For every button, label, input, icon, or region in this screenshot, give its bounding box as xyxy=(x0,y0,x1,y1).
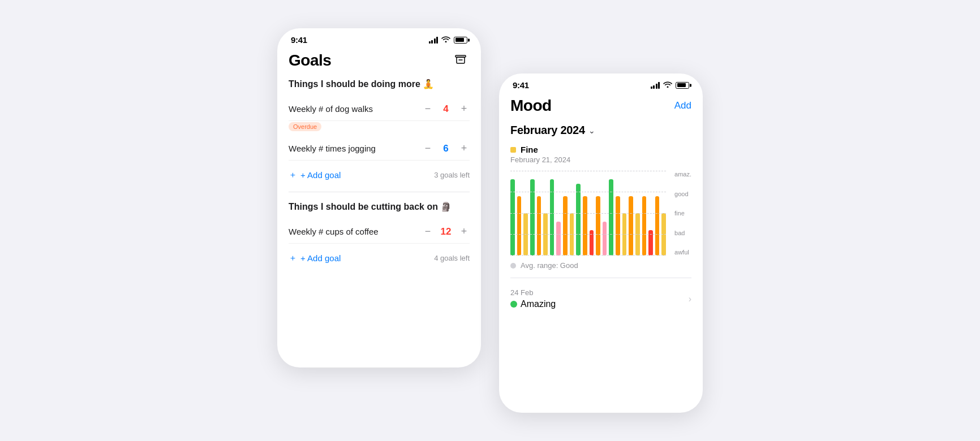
chart-bar xyxy=(603,222,607,256)
label-amazing: amaz. xyxy=(674,171,691,178)
signal-icon xyxy=(429,37,439,44)
chart-bar xyxy=(523,213,528,256)
goal-coffee-label: Weekly # cups of coffee xyxy=(289,227,379,236)
mood-status-icons xyxy=(651,81,690,89)
chart-bar xyxy=(537,196,541,256)
goal-dog-walks-label: Weekly # of dog walks xyxy=(289,104,373,114)
goal-jogging-label: Weekly # times jogging xyxy=(289,144,376,153)
chart-bar xyxy=(642,196,647,256)
mood-indicator: Fine xyxy=(510,145,691,154)
goals-status-time: 9:41 xyxy=(291,35,307,45)
mood-header: Mood Add xyxy=(499,94,703,124)
screens-container: 9:41 Goals xyxy=(255,6,725,435)
chevron-down-icon: ⌄ xyxy=(588,126,595,135)
add-goal-icon-1: ＋ xyxy=(289,170,297,180)
goals-header: Goals xyxy=(277,49,481,79)
overdue-badge: Overdue xyxy=(289,122,321,131)
dog-walks-decrement[interactable]: − xyxy=(422,103,433,115)
add-goal-button-2[interactable]: ＋ + Add goal xyxy=(289,253,341,263)
archive-button[interactable] xyxy=(452,51,470,70)
chart-bar xyxy=(655,196,660,256)
log-mood: Amazing xyxy=(510,299,556,309)
add-goal-row-2: ＋ + Add goal 4 goals left xyxy=(289,246,470,270)
chart-bar xyxy=(570,213,574,256)
coffee-value: 12 xyxy=(440,226,452,237)
month-selector[interactable]: February 2024 ⌄ xyxy=(510,124,691,137)
mood-divider xyxy=(510,278,691,278)
mood-battery-icon xyxy=(676,82,689,89)
section-divider xyxy=(289,192,470,192)
jogging-decrement[interactable]: − xyxy=(422,142,433,154)
goal-dog-walks-controls: − 4 + xyxy=(422,103,470,115)
goals-status-bar: 9:41 xyxy=(277,28,481,49)
section-cutting-back-title: Things I should be cutting back on 🗿 xyxy=(289,201,470,212)
goal-coffee-controls: − 12 + xyxy=(422,226,470,237)
chart-bar xyxy=(576,184,581,256)
goals-left-2: 4 goals left xyxy=(434,254,470,262)
month-label: February 2024 xyxy=(510,124,585,137)
mood-phone: 9:41 Mood Add xyxy=(499,74,703,413)
goal-coffee: Weekly # cups of coffee − 12 + xyxy=(289,220,470,244)
section-doing-more-title: Things I should be doing more 🧘 xyxy=(289,79,470,89)
jogging-value: 6 xyxy=(440,143,452,154)
wifi-icon xyxy=(441,36,450,44)
chart-bar xyxy=(629,196,633,256)
log-date: 24 Feb xyxy=(510,288,556,297)
add-goal-icon-2: ＋ xyxy=(289,253,297,263)
chart-bar xyxy=(648,230,653,256)
goal-jogging: Weekly # times jogging − 6 + xyxy=(289,137,470,161)
add-goal-row-1: ＋ + Add goal 3 goals left xyxy=(289,163,470,187)
label-awful: awful xyxy=(674,249,691,256)
chart-bar xyxy=(583,196,587,256)
chart-bar xyxy=(661,213,666,256)
chart-bar xyxy=(550,179,555,256)
goal-dog-walks-row: Weekly # of dog walks − 4 + xyxy=(289,97,470,121)
chart-y-labels: amaz. good fine bad awful xyxy=(674,171,691,256)
mood-status-time: 9:41 xyxy=(513,80,529,90)
avg-dot xyxy=(510,263,516,269)
avg-range: Avg. range: Good xyxy=(510,261,691,270)
jogging-increment[interactable]: + xyxy=(458,142,470,154)
goal-jogging-controls: − 6 + xyxy=(422,142,470,154)
chart-bar xyxy=(622,213,627,256)
chart-bar xyxy=(596,196,600,256)
dog-walks-increment[interactable]: + xyxy=(458,103,470,115)
add-goal-label-1: + Add goal xyxy=(300,170,341,180)
goals-content: Things I should be doing more 🧘 Weekly #… xyxy=(277,79,481,270)
add-goal-button-1[interactable]: ＋ + Add goal xyxy=(289,170,341,180)
coffee-increment[interactable]: + xyxy=(458,226,470,237)
mood-wifi-icon xyxy=(663,81,672,89)
log-mood-label: Amazing xyxy=(521,299,556,309)
chart-bars xyxy=(510,171,666,256)
dog-walks-value: 4 xyxy=(440,103,452,115)
chart-bar xyxy=(616,196,620,256)
chart-bar xyxy=(543,213,548,256)
chart-bar xyxy=(590,230,594,256)
mood-title: Mood xyxy=(510,97,552,115)
log-entry[interactable]: 24 Feb Amazing › xyxy=(510,286,691,312)
chart-bar xyxy=(530,179,535,256)
goal-jogging-row: Weekly # times jogging − 6 + xyxy=(289,137,470,161)
chart-bar xyxy=(556,222,561,256)
label-bad: bad xyxy=(674,230,691,236)
mood-add-button[interactable]: Add xyxy=(674,100,691,111)
avg-range-label: Avg. range: Good xyxy=(521,261,578,270)
chart-bar xyxy=(609,179,613,256)
goals-title: Goals xyxy=(289,51,331,70)
chart-bar xyxy=(635,213,640,256)
goals-status-icons xyxy=(429,36,468,44)
log-entry-left: 24 Feb Amazing xyxy=(510,288,556,309)
coffee-decrement[interactable]: − xyxy=(422,226,433,237)
goal-dog-walks: Weekly # of dog walks − 4 + Overdue xyxy=(289,97,470,135)
mood-content: February 2024 ⌄ Fine February 21, 2024 xyxy=(499,124,703,312)
label-good: good xyxy=(674,191,691,197)
chart-bar xyxy=(563,196,568,256)
battery-icon xyxy=(454,37,467,44)
chevron-right-icon: › xyxy=(689,294,691,304)
label-fine: fine xyxy=(674,210,691,217)
archive-icon xyxy=(454,53,467,68)
mood-color-dot xyxy=(510,147,516,153)
chart-bar xyxy=(510,179,515,256)
goal-coffee-row: Weekly # cups of coffee − 12 + xyxy=(289,220,470,244)
mood-chart: amaz. good fine bad awful xyxy=(510,171,691,256)
